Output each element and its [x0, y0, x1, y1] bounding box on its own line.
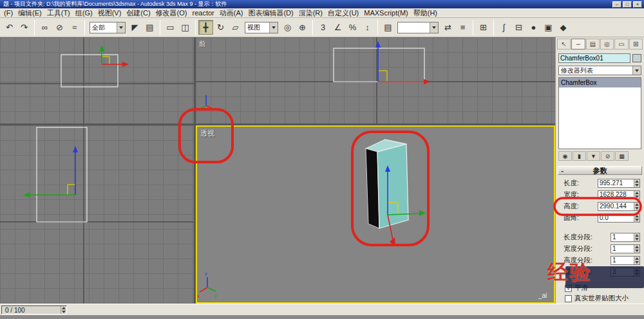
tab-hierarchy[interactable]: ▤ [586, 39, 600, 50]
curve-editor-button[interactable]: ∫ [497, 20, 511, 35]
edit-named-selection-sets-button[interactable]: ▤ [381, 20, 395, 35]
parameter-field[interactable]: 1628.228 [598, 190, 640, 199]
window-crossing-toggle-button[interactable]: ◫ [178, 20, 193, 35]
viewport-perspective[interactable]: 透视 z x y [196, 125, 555, 304]
menu-item[interactable]: 编辑(E) [15, 8, 44, 18]
spinner-down-icon[interactable] [634, 249, 639, 253]
object-name-input[interactable] [558, 53, 630, 63]
modifier-list-dropdown[interactable]: 修改器列表 [558, 66, 641, 75]
menu-item[interactable]: 动画(A) [217, 8, 246, 18]
menu-item[interactable]: 工具(T) [44, 8, 73, 18]
pin-stack-button[interactable]: ◉ [558, 151, 572, 161]
chamfer-box-object[interactable] [366, 140, 408, 228]
menu-item[interactable]: 帮助(H) [411, 8, 440, 18]
menu-item[interactable]: 创建(C) [124, 8, 153, 18]
undo-button[interactable]: ↶ [2, 20, 17, 35]
chevron-down-icon[interactable] [117, 23, 125, 33]
rectangular-selection-region-button[interactable]: ▭ [163, 20, 178, 35]
viewport-front[interactable]: 前 [196, 37, 555, 123]
remove-modifier-button[interactable]: ⊘ [601, 151, 614, 161]
tab-utilities[interactable]: ⊞ [629, 39, 643, 50]
spinner-down-icon[interactable] [634, 206, 639, 210]
stack-item-chamferbox[interactable]: ChamferBox [559, 78, 641, 87]
spinner-down-icon[interactable] [634, 260, 639, 264]
rollout-parameters-header[interactable]: - 参数 [558, 166, 642, 175]
menu-item[interactable]: 视图(V) [95, 8, 124, 18]
use-pivot-point-center-button[interactable]: ◎ [280, 20, 295, 35]
material-editor-button[interactable]: ● [526, 20, 541, 35]
parameter-field[interactable]: 3 [611, 268, 640, 277]
move-gizmo[interactable] [375, 41, 430, 84]
spinner-control[interactable] [634, 203, 639, 210]
move-gizmo[interactable] [99, 45, 129, 67]
viewport-perspective-label[interactable]: 透视 [200, 129, 214, 138]
configure-modifier-sets-button[interactable]: ▦ [615, 151, 629, 161]
parameter-field[interactable]: 2990.144 [598, 202, 640, 211]
modifier-stack[interactable]: ChamferBox [558, 77, 641, 149]
checkbox[interactable] [565, 295, 572, 302]
percent-snap-toggle-button[interactable]: % [345, 20, 360, 35]
spinner-control[interactable] [634, 179, 639, 187]
spinner-down-icon[interactable] [634, 237, 639, 241]
parameter-field[interactable]: 1 [611, 233, 640, 242]
select-and-move-button[interactable]: ╋ [198, 20, 213, 35]
spinner-control[interactable] [634, 245, 639, 253]
chevron-down-icon[interactable] [632, 66, 641, 75]
schematic-view-button[interactable]: ⊟ [511, 20, 526, 35]
maximize-button[interactable]: □ [623, 1, 632, 8]
tab-create[interactable]: ↖ [557, 39, 571, 50]
spinner-down-icon[interactable] [634, 183, 639, 187]
frame-indicator[interactable]: 0 / 100 [1, 305, 67, 314]
select-and-manipulate-button[interactable]: ⊕ [295, 20, 310, 35]
tab-motion[interactable]: ◎ [600, 39, 614, 50]
spinner-down-icon[interactable] [634, 218, 639, 222]
tab-display[interactable]: ▭ [614, 39, 628, 50]
align-button[interactable]: ≡ [455, 20, 470, 35]
spinner-control[interactable] [634, 233, 639, 241]
tab-modify[interactable]: ∽ [571, 39, 585, 50]
menu-item[interactable]: 组(G) [73, 8, 95, 18]
chevron-down-icon[interactable] [269, 23, 278, 33]
redo-button[interactable]: ↷ [17, 20, 32, 35]
select-and-link-button[interactable]: ∞ [37, 20, 52, 35]
menu-item[interactable]: 渲染(R) [296, 8, 325, 18]
select-and-rotate-button[interactable]: ↻ [213, 20, 228, 35]
minimize-button[interactable]: – [612, 1, 621, 8]
quick-render-button[interactable]: ◆ [556, 20, 571, 35]
viewport-left[interactable] [0, 125, 194, 304]
layer-manager-button[interactable]: ⊞ [476, 20, 491, 35]
spinner-down-icon[interactable] [634, 195, 639, 199]
parameter-field[interactable]: 1 [611, 256, 640, 265]
viewport-front-label[interactable]: 前 [199, 39, 206, 49]
move-gizmo[interactable] [23, 146, 78, 197]
viewport-top[interactable] [0, 37, 194, 123]
show-end-result-button[interactable]: ▮ [573, 151, 586, 161]
spinner-control[interactable] [634, 214, 639, 222]
menu-item[interactable]: (F) [1, 9, 15, 17]
mirror-button[interactable]: ⇄ [440, 20, 455, 35]
select-object-button[interactable]: ◤ [128, 20, 142, 35]
spinner-control[interactable] [634, 191, 639, 199]
selection-filter-dropdown[interactable]: 全部 [90, 22, 126, 33]
menu-item[interactable]: MAXScript(M) [361, 9, 410, 17]
frame-spinner[interactable] [61, 306, 66, 314]
select-by-name-button[interactable]: ▤ [142, 20, 157, 35]
spinner-down-icon[interactable] [634, 272, 639, 276]
object-color-swatch[interactable] [632, 54, 641, 62]
named-selection-dropdown[interactable] [397, 22, 439, 33]
bind-to-space-warp-button[interactable]: ≈ [67, 20, 82, 35]
unlink-selection-button[interactable]: ⊘ [52, 20, 67, 35]
parameter-field[interactable]: 995.271 [598, 179, 640, 188]
parameter-field[interactable]: 0.0 [598, 214, 640, 223]
select-and-uniform-scale-button[interactable]: ▱ [228, 20, 243, 35]
spinner-snap-toggle-button[interactable]: ↕ [360, 20, 375, 35]
close-button[interactable]: × [633, 1, 642, 8]
reference-coordinate-dropdown[interactable]: 视图 [245, 22, 278, 33]
spinner-down-icon[interactable] [61, 310, 66, 314]
menu-item[interactable]: 图表编辑器(D) [245, 8, 296, 18]
menu-item[interactable]: 修改器(O) [153, 8, 190, 18]
angle-snap-toggle-button[interactable]: ∠ [330, 20, 345, 35]
spinner-control[interactable] [634, 268, 639, 276]
snaps-toggle-button[interactable]: 3 [316, 20, 330, 35]
rollout-collapse-icon[interactable]: - [558, 167, 566, 174]
